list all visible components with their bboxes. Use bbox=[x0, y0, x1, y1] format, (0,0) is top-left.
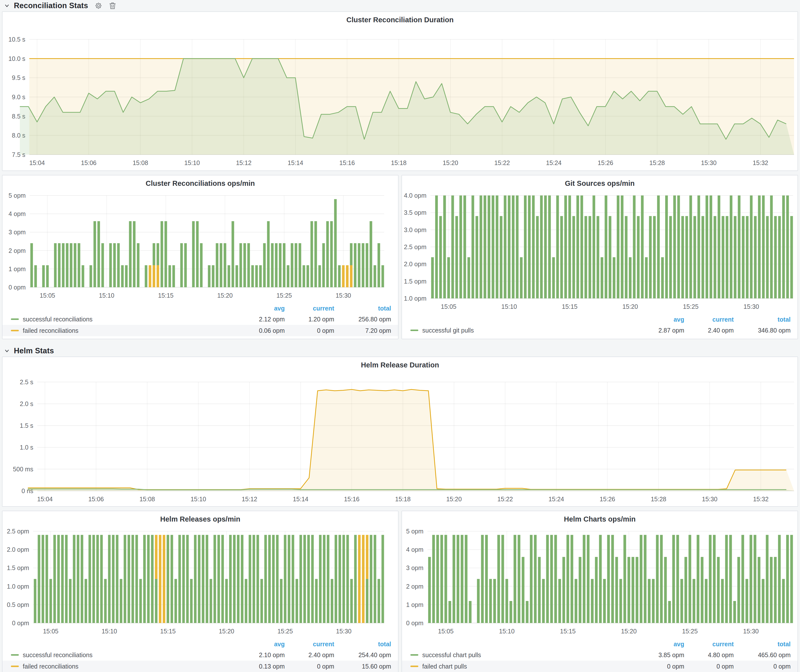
svg-text:1.0 opm: 1.0 opm bbox=[404, 295, 426, 302]
legend-series-row[interactable]: successful chart pulls3.85 opm4.80 opm46… bbox=[402, 649, 798, 661]
series-color-dash-icon bbox=[11, 330, 19, 331]
svg-text:15:10: 15:10 bbox=[102, 628, 117, 635]
legend-column-header[interactable]: total bbox=[734, 316, 790, 323]
svg-text:4.0 opm: 4.0 opm bbox=[404, 192, 426, 199]
svg-text:15:30: 15:30 bbox=[701, 159, 717, 166]
legend-series-name[interactable]: successful git pulls bbox=[422, 327, 474, 334]
section-header-reconciliation-stats[interactable]: Reconciliation Stats bbox=[0, 0, 800, 11]
svg-text:15:32: 15:32 bbox=[753, 496, 769, 502]
legend-column-header[interactable]: avg bbox=[635, 316, 684, 323]
svg-text:2.5 s: 2.5 s bbox=[20, 379, 33, 386]
svg-text:2.0 s: 2.0 s bbox=[20, 400, 33, 407]
svg-text:15:08: 15:08 bbox=[133, 159, 148, 166]
panel-title[interactable]: Cluster Reconciliation Duration bbox=[2, 12, 798, 26]
gear-icon[interactable] bbox=[94, 2, 102, 10]
legend-stat-value: 2.12 opm bbox=[235, 316, 285, 323]
section-header-helm-stats[interactable]: Helm Stats bbox=[0, 345, 800, 357]
panel-helm-releases-ops: Helm Releases ops/min 15:0515:1015:1515:… bbox=[2, 511, 398, 672]
series-color-dash-icon bbox=[11, 654, 19, 656]
svg-text:15:15: 15:15 bbox=[562, 303, 578, 310]
cluster-reconciliations-ops-chart[interactable]: 15:0515:1015:1515:2015:2515:300 opm1 opm… bbox=[2, 189, 398, 302]
legend-series-name[interactable]: failed reconciliations bbox=[23, 663, 78, 670]
svg-text:15:26: 15:26 bbox=[600, 496, 615, 502]
svg-text:15:25: 15:25 bbox=[276, 292, 292, 299]
panel-title[interactable]: Cluster Reconciliations ops/min bbox=[2, 175, 398, 189]
svg-text:2.5 opm: 2.5 opm bbox=[404, 243, 426, 250]
svg-text:15:14: 15:14 bbox=[293, 496, 309, 502]
legend-column-header[interactable]: current bbox=[684, 641, 734, 648]
legend-column-header[interactable]: current bbox=[285, 641, 334, 648]
svg-text:4 opm: 4 opm bbox=[9, 210, 26, 217]
svg-text:15:22: 15:22 bbox=[494, 159, 510, 166]
legend-column-header[interactable]: avg bbox=[235, 305, 285, 312]
legend-header-row: avgcurrenttotal bbox=[402, 639, 798, 649]
legend-stat-value: 7.20 opm bbox=[334, 327, 391, 334]
legend-series-row[interactable]: failed chart pulls0 opm0 opm0 opm bbox=[402, 661, 798, 672]
panel-cluster-reconciliations-ops: Cluster Reconciliations ops/min 15:0515:… bbox=[2, 175, 398, 339]
svg-text:15:15: 15:15 bbox=[560, 628, 576, 635]
legend-column-header[interactable]: total bbox=[334, 641, 391, 648]
chevron-down-icon bbox=[4, 3, 10, 9]
legend-series-row[interactable]: failed reconciliations0.06 opm0 opm7.20 … bbox=[2, 325, 398, 336]
git-sources-ops-chart[interactable]: 15:0515:1015:1515:2015:2515:301.0 opm1.5… bbox=[402, 189, 798, 313]
legend-column-header[interactable]: avg bbox=[235, 641, 285, 648]
legend-stat-value: 2.40 opm bbox=[684, 327, 734, 334]
helm-releases-ops-chart[interactable]: 15:0515:1015:1515:2015:2515:300 opm0.5 o… bbox=[2, 525, 398, 637]
legend-table: avgcurrenttotalsuccessful reconciliation… bbox=[2, 637, 398, 672]
legend-series-row[interactable]: failed reconciliations0.13 opm0 opm15.60… bbox=[2, 661, 398, 672]
series-color-dash-icon bbox=[410, 654, 418, 656]
svg-text:15:05: 15:05 bbox=[40, 292, 55, 299]
legend-stat-value: 1.20 opm bbox=[285, 316, 334, 323]
svg-text:15:15: 15:15 bbox=[160, 628, 176, 635]
cluster-reconciliation-duration-chart[interactable]: 15:0415:0615:0815:1015:1215:1415:1615:18… bbox=[2, 26, 798, 170]
legend-column-header[interactable]: total bbox=[734, 641, 790, 648]
svg-text:15:10: 15:10 bbox=[501, 303, 517, 310]
svg-text:15:20: 15:20 bbox=[217, 292, 233, 299]
svg-text:2.5 opm: 2.5 opm bbox=[7, 528, 29, 535]
panel-title[interactable]: Helm Charts ops/min bbox=[402, 511, 798, 525]
svg-text:1.0 s: 1.0 s bbox=[20, 444, 33, 451]
legend-series-row[interactable]: successful reconciliations2.12 opm1.20 o… bbox=[2, 314, 398, 325]
svg-text:1.0 opm: 1.0 opm bbox=[7, 583, 29, 590]
legend-series-name[interactable]: failed chart pulls bbox=[422, 663, 467, 670]
legend-series-row[interactable]: successful reconciliations2.10 opm2.40 o… bbox=[2, 649, 398, 661]
svg-text:4 opm: 4 opm bbox=[406, 546, 424, 553]
svg-text:15:28: 15:28 bbox=[650, 159, 665, 166]
legend-stat-value: 3.85 opm bbox=[635, 651, 684, 659]
panel-title[interactable]: Helm Releases ops/min bbox=[2, 511, 398, 525]
svg-text:1.5 opm: 1.5 opm bbox=[404, 278, 426, 285]
panel-title[interactable]: Helm Release Duration bbox=[2, 357, 798, 371]
svg-text:2.0 opm: 2.0 opm bbox=[7, 546, 29, 553]
trash-icon[interactable] bbox=[109, 2, 116, 10]
svg-text:15:06: 15:06 bbox=[88, 496, 104, 502]
svg-text:15:25: 15:25 bbox=[683, 303, 699, 310]
legend-series-name[interactable]: successful reconciliations bbox=[23, 651, 93, 659]
panel-helm-release-duration: Helm Release Duration 15:0415:0615:0815:… bbox=[2, 357, 798, 507]
svg-text:15:30: 15:30 bbox=[702, 496, 717, 502]
svg-text:5 opm: 5 opm bbox=[9, 192, 26, 199]
svg-text:15:18: 15:18 bbox=[391, 159, 407, 166]
section-title: Reconciliation Stats bbox=[14, 1, 88, 10]
svg-text:15:12: 15:12 bbox=[236, 159, 251, 166]
legend-column-header[interactable]: current bbox=[285, 305, 334, 312]
legend-stat-value: 0 opm bbox=[684, 663, 734, 670]
helm-release-duration-chart[interactable]: 15:0415:0615:0815:1015:1215:1415:1615:18… bbox=[2, 371, 798, 506]
section-title: Helm Stats bbox=[14, 346, 54, 355]
helm-charts-ops-chart[interactable]: 15:0515:1015:1515:2015:2515:300 opm1 opm… bbox=[402, 525, 798, 637]
legend-header-row: avgcurrenttotal bbox=[2, 303, 398, 314]
legend-column-header[interactable]: avg bbox=[635, 641, 684, 648]
svg-text:3 opm: 3 opm bbox=[406, 565, 424, 571]
legend-series-name[interactable]: successful reconciliations bbox=[23, 316, 93, 323]
panel-title[interactable]: Git Sources ops/min bbox=[402, 175, 798, 189]
series-color-dash-icon bbox=[11, 318, 19, 320]
legend-series-name[interactable]: successful chart pulls bbox=[422, 651, 481, 659]
legend-table: avgcurrenttotalsuccessful reconciliation… bbox=[2, 302, 398, 339]
legend-column-header[interactable]: total bbox=[334, 305, 391, 312]
svg-text:15:30: 15:30 bbox=[336, 628, 352, 635]
legend-stat-value: 0 opm bbox=[285, 663, 334, 670]
series-color-dash-icon bbox=[410, 330, 418, 331]
svg-text:15:15: 15:15 bbox=[158, 292, 174, 299]
legend-series-row[interactable]: successful git pulls2.87 opm2.40 opm346.… bbox=[402, 325, 798, 336]
legend-column-header[interactable]: current bbox=[684, 316, 734, 323]
legend-series-name[interactable]: failed reconciliations bbox=[23, 327, 78, 334]
